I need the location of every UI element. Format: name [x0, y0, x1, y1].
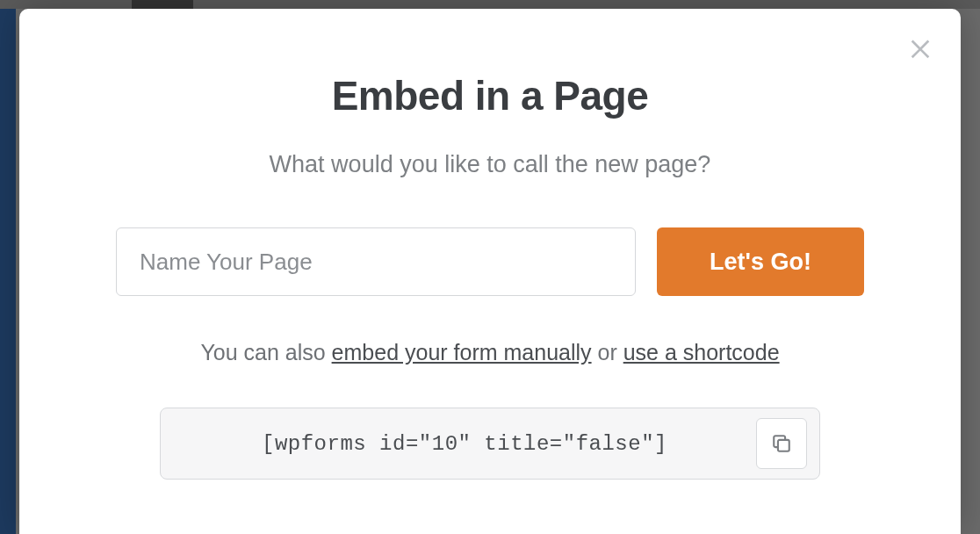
helper-text-mid: or	[592, 340, 623, 364]
shortcode-box: [wpforms id="10" title="false"]	[160, 408, 820, 480]
copy-shortcode-button[interactable]	[756, 418, 807, 469]
embed-manually-link[interactable]: embed your form manually	[332, 340, 592, 364]
helper-text: You can also embed your form manually or…	[54, 340, 926, 365]
shortcode-text: [wpforms id="10" title="false"]	[173, 432, 756, 456]
input-row: Let's Go!	[116, 227, 864, 296]
helper-text-prefix: You can also	[200, 340, 331, 364]
page-name-input[interactable]	[116, 227, 636, 296]
svg-rect-0	[778, 440, 789, 451]
lets-go-button[interactable]: Let's Go!	[657, 227, 864, 296]
embed-modal: Embed in a Page What would you like to c…	[19, 9, 961, 534]
copy-icon	[769, 431, 794, 456]
use-shortcode-link[interactable]: use a shortcode	[623, 340, 780, 364]
modal-subtitle: What would you like to call the new page…	[54, 151, 926, 178]
close-icon[interactable]	[906, 33, 934, 61]
modal-title: Embed in a Page	[54, 72, 926, 119]
background-dark-block	[132, 0, 193, 9]
background-sidebar-strip	[0, 0, 16, 534]
